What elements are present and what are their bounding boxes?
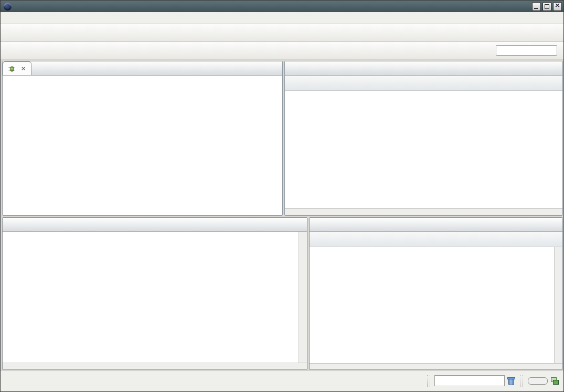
editor-vscrollbar[interactable]: [299, 232, 307, 363]
tab-close-icon[interactable]: ×: [20, 65, 27, 72]
tab-debug[interactable]: ×: [3, 61, 31, 75]
breakpoints-hscrollbar[interactable]: [285, 208, 562, 216]
main-toolbar-row-2: [1, 42, 563, 59]
quick-access-input[interactable]: [496, 45, 557, 56]
debug-view: ×: [2, 61, 283, 216]
menu-bar: [1, 12, 563, 24]
console-view-header: [310, 218, 562, 232]
debug-icon: [8, 65, 15, 72]
eclipse-logo-icon: [4, 3, 12, 10]
title-bar: [1, 1, 563, 12]
heap-status-text: [435, 376, 504, 386]
console-hscrollbar[interactable]: [310, 363, 562, 370]
code-lines[interactable]: [3, 232, 299, 363]
breakpoints-list: [285, 91, 562, 208]
heap-status: [434, 375, 505, 386]
debug-view-header: ×: [3, 61, 282, 76]
console-view: [309, 217, 563, 370]
console-output[interactable]: [310, 247, 554, 363]
console-vscrollbar[interactable]: [554, 247, 562, 363]
show-progress-view-button[interactable]: [550, 377, 559, 385]
status-bar: [1, 370, 563, 391]
window-close-button[interactable]: [553, 2, 562, 11]
progress-bar: [528, 377, 548, 385]
run-garbage-collector-button[interactable]: [507, 377, 516, 385]
console-toolbar: [310, 232, 562, 247]
status-grip: [427, 375, 430, 387]
breakpoints-toolbar: [285, 76, 562, 91]
eclipse-window: ×: [0, 0, 564, 392]
main-toolbar-row-1: [1, 24, 563, 42]
debug-launch-tree: [3, 76, 282, 78]
editor-hscrollbar[interactable]: [3, 363, 307, 370]
breakpoints-view-header: [285, 61, 562, 76]
window-maximize-button[interactable]: [542, 2, 551, 11]
editor-tab-row: [3, 218, 307, 232]
breakpoints-view: [284, 61, 563, 216]
editor-body[interactable]: [3, 232, 307, 363]
editor-area: [2, 217, 307, 370]
window-minimize-button[interactable]: [532, 2, 541, 11]
status-grip-2: [520, 375, 523, 387]
